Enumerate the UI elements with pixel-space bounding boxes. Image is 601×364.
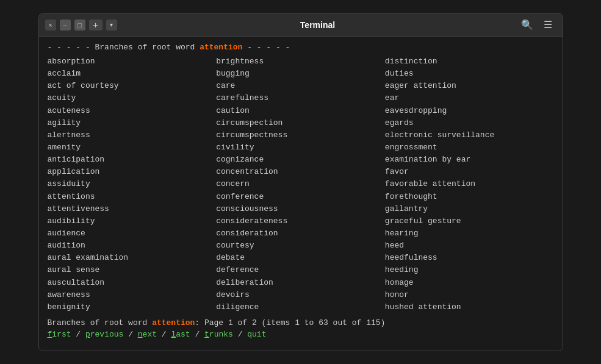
list-item: caution [216, 105, 385, 117]
list-item: bugging [216, 68, 385, 80]
list-item: audience [48, 227, 217, 240]
prev-nav-rest: revious [90, 330, 124, 339]
first-nav-rest: irst [52, 330, 71, 339]
header-word: attention [200, 43, 242, 52]
list-item: circumspectness [216, 129, 385, 141]
list-item: act of courtesy [48, 80, 217, 92]
dropdown-button[interactable]: ▾ [106, 20, 117, 30]
next-nav-letter[interactable]: n [138, 330, 143, 339]
list-item: benignity [48, 301, 217, 313]
list-item: favorable attention [385, 178, 554, 190]
list-item: audibility [48, 215, 217, 227]
nav-sep5: / [233, 330, 247, 339]
column-1: absorption acclaim act of courtesy acuit… [48, 55, 217, 313]
list-item: application [48, 166, 217, 178]
list-item: attentiveness [48, 203, 217, 215]
list-item: brightness [216, 55, 385, 68]
list-item: deliberation [216, 277, 385, 289]
next-nav-rest: ext [143, 330, 157, 339]
header-suffix: - - - - - [242, 43, 290, 52]
list-item: audition [48, 240, 217, 252]
list-item: hearing [385, 227, 554, 240]
nav-sep4: / [190, 330, 204, 339]
menu-button[interactable]: ☰ [539, 18, 556, 32]
list-item: eavesdropping [385, 105, 554, 117]
list-item: cognizance [216, 154, 385, 166]
new-tab-button[interactable]: + [89, 20, 103, 30]
column-3: distinction duties eager attention ear e… [385, 55, 554, 313]
prev-nav-letter[interactable]: p [85, 330, 90, 339]
list-item: forethought [385, 191, 554, 203]
window-controls: × – □ + ▾ [45, 20, 117, 30]
list-item: assiduity [48, 178, 217, 190]
search-button[interactable]: 🔍 [519, 18, 536, 32]
quit-nav-letter[interactable]: q [247, 330, 252, 339]
list-item: favor [385, 166, 554, 178]
list-item: circumspection [216, 117, 385, 129]
list-item: examination by ear [385, 154, 554, 166]
list-item: heeding [385, 264, 554, 276]
header-line: - - - - - Branches of root word attentio… [48, 43, 554, 52]
status-suffix: : Page 1 of 2 (items 1 to 63 out of 115) [195, 318, 385, 327]
status-line: Branches of root word attention: Page 1 … [48, 318, 554, 327]
status-prefix: Branches of root word [48, 318, 153, 327]
list-item: awareness [48, 289, 217, 301]
nav-sep3: / [157, 330, 171, 339]
list-item: hushed attention [385, 301, 554, 313]
trunks-nav-rest: runks [209, 330, 233, 339]
list-item: consciousness [216, 203, 385, 215]
list-item: egards [385, 117, 554, 129]
list-item: duties [385, 68, 554, 80]
nav-sep2: / [123, 330, 137, 339]
list-item: engrossment [385, 141, 554, 154]
list-item: gallantry [385, 203, 554, 215]
list-item: courtesy [216, 240, 385, 252]
list-item: acuity [48, 92, 217, 104]
word-columns: absorption acclaim act of courtesy acuit… [48, 55, 554, 313]
nav-sep1: / [71, 330, 85, 339]
list-item: graceful gesture [385, 215, 554, 227]
list-item: concentration [216, 166, 385, 178]
list-item: agility [48, 117, 217, 129]
list-item: eager attention [385, 80, 554, 92]
list-item: care [216, 80, 385, 92]
window-title: Terminal [117, 20, 519, 30]
nav-line: first / previous / next / last / trunks … [48, 330, 554, 339]
list-item: deference [216, 264, 385, 276]
list-item: ear [385, 92, 554, 104]
list-item: attentions [48, 191, 217, 203]
quit-nav-rest: uit [252, 330, 266, 339]
list-item: conference [216, 191, 385, 203]
list-item: acclaim [48, 68, 217, 80]
maximize-button[interactable]: □ [74, 20, 85, 30]
list-item: heed [385, 240, 554, 252]
list-item: aural sense [48, 264, 217, 276]
trunks-nav-letter[interactable]: t [204, 330, 209, 339]
list-item: anticipation [48, 154, 217, 166]
terminal-window: × – □ + ▾ Terminal 🔍 ☰ - - - - - Branche… [38, 13, 563, 351]
list-item: auscultation [48, 277, 217, 289]
status-word: attention [152, 318, 195, 327]
list-item: carefulness [216, 92, 385, 104]
list-item: considerateness [216, 215, 385, 227]
list-item: devoirs [216, 289, 385, 301]
list-item: consideration [216, 227, 385, 240]
list-item: homage [385, 277, 554, 289]
list-item: acuteness [48, 105, 217, 117]
minimize-button[interactable]: – [60, 20, 71, 30]
list-item: honor [385, 289, 554, 301]
list-item: distinction [385, 55, 554, 68]
close-button[interactable]: × [45, 20, 56, 30]
list-item: diligence [216, 301, 385, 313]
list-item: heedfulness [385, 252, 554, 264]
list-item: aural examination [48, 252, 217, 264]
column-2: brightness bugging care carefulness caut… [216, 55, 385, 313]
terminal-body: - - - - - Branches of root word attentio… [39, 37, 563, 351]
last-nav-rest: ast [176, 330, 190, 339]
titlebar: × – □ + ▾ Terminal 🔍 ☰ [39, 13, 563, 37]
list-item: amenity [48, 141, 217, 154]
list-item: electronic surveillance [385, 129, 554, 141]
list-item: civility [216, 141, 385, 154]
titlebar-right-controls: 🔍 ☰ [519, 18, 556, 32]
header-prefix: - - - - - Branches of root word [48, 43, 200, 52]
